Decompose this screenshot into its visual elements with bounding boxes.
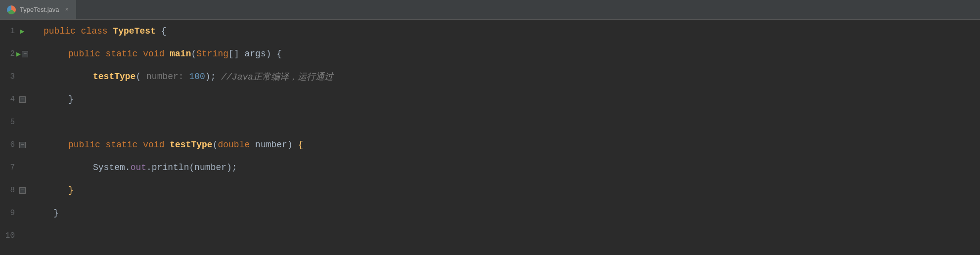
gutter-row-3: 3 bbox=[0, 65, 40, 88]
paren-2: ( bbox=[135, 72, 141, 82]
code-line-4: } bbox=[40, 88, 980, 111]
gutter-icon-2[interactable]: ▶ − bbox=[16, 49, 29, 59]
param-number: number) bbox=[255, 140, 298, 150]
array-args: [] args) { bbox=[228, 49, 282, 59]
gutter-icon-4[interactable]: − bbox=[16, 96, 29, 103]
code-line-1: public class TypeTest { bbox=[40, 20, 980, 42]
gutter-icon-6[interactable]: − bbox=[16, 142, 29, 148]
system-keyword: System. bbox=[93, 163, 131, 172]
semicolon-1: ); bbox=[205, 72, 216, 82]
code-line-5 bbox=[40, 111, 980, 133]
gutter-row-2: 2 ▶ − bbox=[0, 42, 40, 65]
code-lines[interactable]: public class TypeTest { public static vo… bbox=[40, 20, 980, 255]
line-number-10: 10 bbox=[0, 231, 15, 240]
line-number-4: 4 bbox=[0, 95, 15, 104]
type-double: double bbox=[218, 140, 255, 150]
classname-typetest: TypeTest bbox=[113, 26, 161, 36]
gutter-row-7: 7 bbox=[0, 156, 40, 179]
code-line-3: testType( number: 100); //Java正常编译，运行通过 bbox=[40, 65, 980, 88]
line-number-6: 6 bbox=[0, 140, 15, 149]
brace-close-1: } bbox=[68, 94, 74, 104]
gutter: 1 ▶ 2 ▶ − 3 4 − bbox=[0, 20, 40, 255]
file-tab[interactable]: TypeTest.java × bbox=[0, 0, 76, 19]
editor-container: TypeTest.java × 1 ▶ 2 ▶ − bbox=[0, 0, 980, 255]
tab-label: TypeTest.java bbox=[20, 6, 59, 13]
gutter-row-6: 6 − bbox=[0, 133, 40, 156]
println-call: .println(number); bbox=[146, 163, 237, 172]
gutter-icon-1[interactable]: ▶ bbox=[16, 27, 29, 36]
line-number-5: 5 bbox=[0, 118, 15, 127]
tab-bar: TypeTest.java × bbox=[0, 0, 980, 20]
gutter-icon-8[interactable]: − bbox=[16, 187, 29, 194]
paren-1: ( bbox=[191, 49, 196, 59]
line-number-9: 9 bbox=[0, 209, 15, 217]
code-line-10 bbox=[40, 224, 980, 247]
number-100: 100 bbox=[189, 72, 205, 82]
gutter-row-9: 9 bbox=[0, 202, 40, 224]
keyword-public-2: public static void bbox=[68, 49, 170, 59]
out-keyword: out bbox=[131, 163, 146, 172]
param-hint-number: number: bbox=[141, 72, 189, 82]
code-line-9: } bbox=[40, 202, 980, 224]
gutter-row-10: 10 bbox=[0, 224, 40, 247]
brace-close-outer: } bbox=[53, 208, 59, 218]
brace-yellow-open: { bbox=[298, 140, 304, 150]
java-icon bbox=[7, 5, 16, 14]
keyword-public-3: public static void bbox=[68, 140, 170, 150]
code-line-8: } bbox=[40, 179, 980, 202]
type-string: String bbox=[196, 49, 228, 59]
gutter-row-5: 5 bbox=[0, 111, 40, 133]
line-number-2: 2 bbox=[0, 49, 15, 58]
gutter-row-8: 8 − bbox=[0, 179, 40, 202]
method-main: main bbox=[170, 49, 191, 59]
code-line-7: System.out.println(number); bbox=[40, 156, 980, 179]
line-number-7: 7 bbox=[0, 163, 15, 172]
brace-open-1: { bbox=[161, 26, 167, 36]
line-number-3: 3 bbox=[0, 72, 15, 81]
line-number-1: 1 bbox=[0, 27, 15, 36]
code-area: 1 ▶ 2 ▶ − 3 4 − bbox=[0, 20, 980, 255]
tab-close-button[interactable]: × bbox=[65, 6, 69, 13]
gutter-row-4: 4 − bbox=[0, 88, 40, 111]
gutter-row-1: 1 ▶ bbox=[0, 20, 40, 42]
brace-yellow-close: } bbox=[68, 185, 74, 195]
code-line-2: public static void main(String[] args) { bbox=[40, 42, 980, 65]
method-testtype-def: testType bbox=[170, 140, 212, 150]
code-line-6: public static void testType(double numbe… bbox=[40, 133, 980, 156]
comment-1: //Java正常编译，运行通过 bbox=[216, 71, 333, 83]
method-testtype-call: testType bbox=[93, 72, 135, 82]
line-number-8: 8 bbox=[0, 186, 15, 195]
keyword-public: public class bbox=[44, 26, 113, 36]
paren-3: ( bbox=[213, 140, 218, 150]
